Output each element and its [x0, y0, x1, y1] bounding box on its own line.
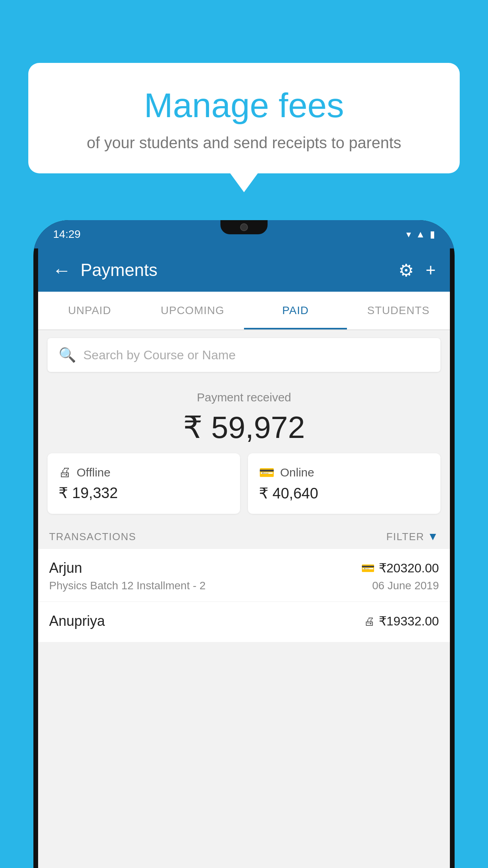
status-time: 14:29 [53, 228, 81, 241]
transaction-amount-value: ₹20320.00 [379, 561, 439, 576]
app-screen: ← Payments ⚙ + UNPAID UPCOMING PAID STUD… [38, 248, 450, 868]
speech-bubble: Manage fees of your students and send re… [28, 63, 460, 173]
tabs-bar: UNPAID UPCOMING PAID STUDENTS [38, 292, 450, 330]
transaction-name: Arjun [49, 560, 82, 576]
app-header: ← Payments ⚙ + [38, 248, 450, 292]
online-card-header: 💳 Online [259, 465, 429, 480]
online-payment-card: 💳 Online ₹ 40,640 [248, 453, 440, 514]
speech-bubble-title: Manage fees [52, 86, 436, 125]
transaction-amount-value: ₹19332.00 [379, 614, 439, 629]
transaction-amount: 🖨 ₹19332.00 [364, 614, 439, 629]
transaction-date: 06 June 2019 [372, 579, 439, 592]
offline-label: Offline [77, 466, 110, 479]
header-actions: ⚙ + [398, 260, 436, 280]
speech-bubble-subtitle: of your students and send receipts to pa… [52, 134, 436, 152]
offline-payment-icon: 🖨 [59, 465, 71, 480]
tab-unpaid[interactable]: UNPAID [38, 292, 141, 329]
signal-icon: ▲ [416, 229, 425, 240]
transactions-header: TRANSACTIONS FILTER ▼ [38, 523, 450, 548]
transaction-row-top: Anupriya 🖨 ₹19332.00 [49, 613, 439, 629]
payment-received-amount: ₹ 59,972 [38, 410, 450, 445]
battery-icon: ▮ [430, 229, 435, 240]
transaction-amount: 💳 ₹20320.00 [361, 561, 439, 576]
add-icon[interactable]: + [426, 260, 436, 280]
search-icon: 🔍 [59, 347, 76, 363]
transaction-item[interactable]: Arjun 💳 ₹20320.00 Physics Batch 12 Insta… [38, 548, 450, 601]
notch [220, 220, 268, 234]
transaction-row-top: Arjun 💳 ₹20320.00 [49, 560, 439, 576]
camera [240, 223, 248, 231]
payment-received-section: Payment received ₹ 59,972 [38, 380, 450, 453]
search-bar[interactable]: 🔍 Search by Course or Name [48, 338, 440, 372]
wifi-icon: ▾ [406, 229, 411, 240]
online-payment-icon: 💳 [259, 465, 275, 480]
online-label: Online [280, 466, 314, 479]
back-button[interactable]: ← [52, 259, 71, 281]
search-placeholder: Search by Course or Name [83, 348, 236, 362]
status-icons: ▾ ▲ ▮ [406, 229, 435, 240]
page-title: Payments [81, 260, 398, 280]
offline-amount: ₹ 19,332 [59, 484, 229, 502]
offline-card-header: 🖨 Offline [59, 465, 229, 480]
payment-cards-row: 🖨 Offline ₹ 19,332 💳 Online ₹ 40,640 [38, 453, 450, 523]
transaction-course: Physics Batch 12 Installment - 2 [49, 579, 205, 592]
phone-frame: 14:29 ▾ ▲ ▮ ← Payments ⚙ + UNPAID UPCOMI… [33, 220, 455, 868]
offline-payment-card: 🖨 Offline ₹ 19,332 [48, 453, 240, 514]
transaction-row-bottom: Physics Batch 12 Installment - 2 06 June… [49, 579, 439, 592]
tab-paid[interactable]: PAID [244, 292, 347, 329]
filter-icon: ▼ [427, 530, 439, 543]
offline-icon: 🖨 [364, 615, 375, 628]
tab-upcoming[interactable]: UPCOMING [141, 292, 244, 329]
settings-icon[interactable]: ⚙ [398, 260, 414, 280]
filter-button[interactable]: FILTER ▼ [386, 530, 439, 543]
tab-students[interactable]: STUDENTS [347, 292, 450, 329]
online-icon: 💳 [361, 562, 375, 575]
transaction-item[interactable]: Anupriya 🖨 ₹19332.00 [38, 601, 450, 642]
payment-received-label: Payment received [38, 391, 450, 404]
online-amount: ₹ 40,640 [259, 485, 429, 502]
transaction-name: Anupriya [49, 613, 105, 629]
transactions-label: TRANSACTIONS [49, 531, 136, 543]
filter-text: FILTER [386, 531, 424, 543]
